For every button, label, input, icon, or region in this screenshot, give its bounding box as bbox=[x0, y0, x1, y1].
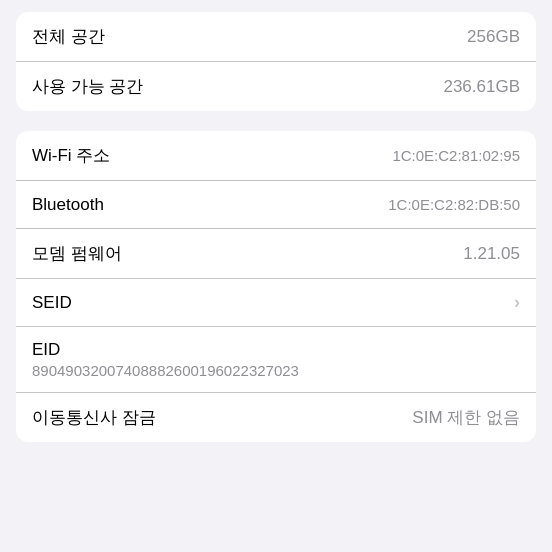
wifi-address-label: Wi-Fi 주소 bbox=[32, 144, 110, 167]
seid-right: › bbox=[508, 292, 520, 313]
total-storage-row: 전체 공간 256GB bbox=[16, 12, 536, 62]
carrier-lock-label: 이동통신사 잠금 bbox=[32, 406, 156, 429]
eid-value: 89049032007408882600196022327023 bbox=[32, 362, 299, 379]
modem-firmware-label: 모뎀 펌웨어 bbox=[32, 242, 122, 265]
page-container: 전체 공간 256GB 사용 가능 공간 236.61GB Wi-Fi 주소 1… bbox=[0, 0, 552, 454]
total-storage-label: 전체 공간 bbox=[32, 25, 105, 48]
modem-firmware-value: 1.21.05 bbox=[463, 244, 520, 264]
modem-firmware-row: 모뎀 펌웨어 1.21.05 bbox=[16, 229, 536, 279]
eid-row: EID 89049032007408882600196022327023 bbox=[16, 327, 536, 393]
bluetooth-row: Bluetooth 1C:0E:C2:82:DB:50 bbox=[16, 181, 536, 229]
seid-chevron-icon: › bbox=[514, 292, 520, 313]
bluetooth-label: Bluetooth bbox=[32, 195, 104, 215]
bluetooth-value: 1C:0E:C2:82:DB:50 bbox=[388, 196, 520, 213]
carrier-lock-row: 이동통신사 잠금 SIM 제한 없음 bbox=[16, 393, 536, 442]
eid-label: EID bbox=[32, 340, 60, 360]
seid-row[interactable]: SEID › bbox=[16, 279, 536, 327]
seid-label: SEID bbox=[32, 293, 72, 313]
carrier-lock-value: SIM 제한 없음 bbox=[412, 406, 520, 429]
network-section: Wi-Fi 주소 1C:0E:C2:81:02:95 Bluetooth 1C:… bbox=[16, 131, 536, 442]
wifi-address-row: Wi-Fi 주소 1C:0E:C2:81:02:95 bbox=[16, 131, 536, 181]
storage-section: 전체 공간 256GB 사용 가능 공간 236.61GB bbox=[16, 12, 536, 111]
available-storage-label: 사용 가능 공간 bbox=[32, 75, 143, 98]
available-storage-row: 사용 가능 공간 236.61GB bbox=[16, 62, 536, 111]
wifi-address-value: 1C:0E:C2:81:02:95 bbox=[392, 147, 520, 164]
available-storage-value: 236.61GB bbox=[443, 77, 520, 97]
total-storage-value: 256GB bbox=[467, 27, 520, 47]
